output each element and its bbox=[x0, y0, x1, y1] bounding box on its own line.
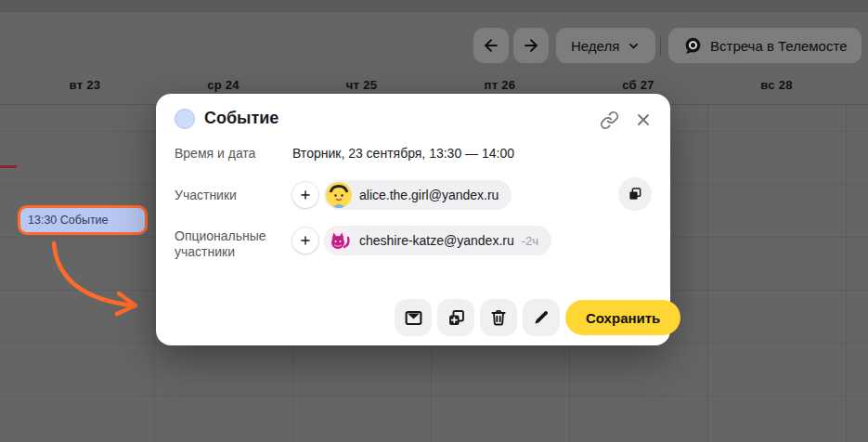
day-header: вт 23 bbox=[16, 78, 154, 92]
current-time-indicator bbox=[0, 165, 17, 168]
event-color-dot bbox=[175, 109, 195, 129]
optional-participant-avatar bbox=[326, 228, 352, 254]
add-participant-button[interactable] bbox=[292, 182, 318, 208]
event-popup: Событие Время и дата Вторник, 23 сентябр… bbox=[156, 94, 670, 345]
chevron-down-icon bbox=[627, 39, 641, 53]
link-icon bbox=[600, 110, 619, 130]
add-optional-participant-button[interactable] bbox=[292, 228, 318, 254]
duplicate-icon bbox=[447, 308, 466, 328]
telemost-button-label: Встреча в Телемосте bbox=[710, 38, 847, 54]
copy-link-button[interactable] bbox=[596, 107, 622, 133]
day-header: чт 25 bbox=[292, 78, 431, 92]
optional-participant-chip[interactable]: cheshire-katze@yandex.ru -2ч bbox=[324, 226, 551, 255]
participants-label: Участники bbox=[175, 188, 237, 203]
view-selector-label: Неделя bbox=[571, 38, 619, 54]
arrow-right-icon bbox=[522, 36, 540, 55]
event-chip-label: 13:30 Событие bbox=[28, 214, 109, 227]
send-email-button[interactable] bbox=[395, 299, 432, 336]
timezone-offset-badge: -2ч bbox=[522, 234, 538, 248]
participant-chip[interactable]: alice.the.girl@yandex.ru bbox=[324, 180, 512, 210]
day-header: сб 27 bbox=[569, 78, 707, 92]
optional-participants-label: Опциональные участники bbox=[175, 228, 288, 260]
trash-icon bbox=[489, 308, 508, 327]
calendar-event-chip[interactable]: 13:30 Событие bbox=[18, 205, 148, 235]
day-header: ср 24 bbox=[154, 78, 292, 92]
prev-week-button[interactable] bbox=[473, 28, 509, 63]
envelope-icon bbox=[404, 308, 423, 328]
close-button[interactable] bbox=[630, 107, 656, 133]
toolbar-divider bbox=[660, 36, 661, 56]
telemost-icon bbox=[683, 36, 703, 56]
participant-email: alice.the.girl@yandex.ru bbox=[359, 188, 499, 202]
telemost-meeting-button[interactable]: Встреча в Телемосте bbox=[668, 28, 862, 63]
popup-title: Событие bbox=[204, 109, 279, 128]
delete-event-button[interactable] bbox=[480, 299, 517, 336]
day-header: пт 26 bbox=[431, 78, 569, 92]
pencil-icon bbox=[532, 308, 551, 327]
optional-participant-email: cheshire-katze@yandex.ru bbox=[359, 233, 514, 248]
next-week-button[interactable] bbox=[513, 28, 549, 63]
arrow-left-icon bbox=[482, 36, 500, 55]
week-day-header-row: вт 23 ср 24 чт 25 пт 26 сб 27 вс 28 bbox=[0, 78, 868, 95]
copy-participants-button[interactable] bbox=[618, 177, 652, 211]
duplicate-event-button[interactable] bbox=[437, 299, 474, 336]
view-selector-dropdown[interactable]: Неделя bbox=[556, 28, 655, 63]
close-icon bbox=[634, 110, 653, 129]
datetime-value: Вторник, 23 сентября, 13:30 — 14:00 bbox=[292, 146, 514, 161]
save-button[interactable]: Сохранить bbox=[565, 300, 680, 335]
plus-icon bbox=[299, 234, 312, 247]
participant-avatar bbox=[326, 182, 352, 208]
datetime-label: Время и дата bbox=[175, 146, 255, 162]
edit-event-button[interactable] bbox=[523, 299, 560, 336]
copy-icon bbox=[627, 186, 643, 202]
window-top-strip bbox=[0, 0, 868, 12]
day-header: вс 28 bbox=[707, 78, 846, 92]
plus-icon bbox=[299, 188, 312, 202]
